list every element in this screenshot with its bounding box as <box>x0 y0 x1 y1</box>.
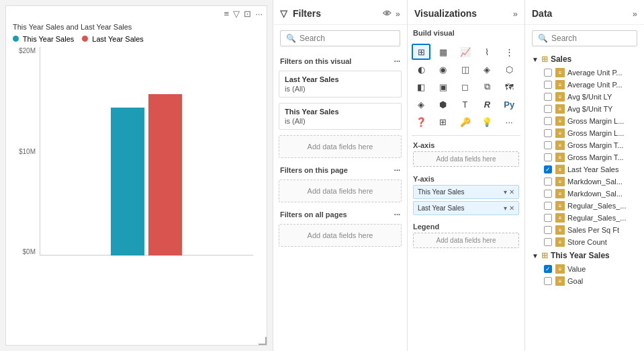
tree-item-checkbox[interactable] <box>544 214 552 222</box>
expand-icon[interactable]: ⊡ <box>244 9 251 19</box>
data-search-input[interactable] <box>551 34 644 43</box>
tree-item[interactable]: ≡Avg $/Unit TY <box>528 103 641 115</box>
filters-visual-more[interactable]: ··· <box>394 57 400 65</box>
tree-item[interactable]: ≡Markdown_Sal... <box>528 176 641 188</box>
viz-icon-area[interactable]: ⌇ <box>477 44 496 60</box>
tree-item-checkbox[interactable] <box>544 93 552 101</box>
viz-icon-shape-map[interactable]: ◈ <box>412 96 430 112</box>
tree-item-checkbox[interactable] <box>544 265 552 273</box>
tree-item-checkbox[interactable] <box>544 129 552 137</box>
tree-item[interactable]: ≡Markdown_Sal... <box>528 188 641 200</box>
tree-item-checkbox[interactable] <box>544 202 552 210</box>
add-data-page[interactable]: Add data fields here <box>279 180 402 202</box>
tree-item-checkbox[interactable] <box>544 117 552 125</box>
y-axis-field-last-year-actions: ▾ ✕ <box>504 204 514 212</box>
filter-icon[interactable]: ▽ <box>233 9 240 19</box>
viz-icon-donut[interactable]: ◉ <box>434 61 453 77</box>
resize-handle-bottom[interactable] <box>19 341 253 345</box>
add-data-visual[interactable]: Add data fields here <box>279 135 402 158</box>
tree-item[interactable]: ≡Gross Margin T... <box>528 139 641 151</box>
viz-icon-python[interactable]: Py <box>500 96 518 112</box>
viz-icon-map[interactable]: 🗺 <box>500 79 518 95</box>
filter-card-this-year[interactable]: This Year Sales is (All) <box>279 103 402 130</box>
tree-item-checkbox[interactable] <box>544 153 552 161</box>
resize-handle-right[interactable] <box>263 20 267 332</box>
filters-search-box[interactable]: 🔍 <box>280 30 400 46</box>
filters-search-input[interactable] <box>300 34 400 43</box>
viz-icon-more[interactable]: ··· <box>500 114 518 130</box>
viz-icon-smart[interactable]: 💡 <box>477 114 496 130</box>
data-expand-icon[interactable]: » <box>633 9 637 19</box>
viz-icon-kpi[interactable]: ▣ <box>434 79 453 95</box>
corner-resize-handle[interactable] <box>259 337 267 345</box>
tree-item-checkbox[interactable] <box>544 178 552 186</box>
tree-group-this-year[interactable]: ▼ ⊞ This Year Sales <box>528 248 641 263</box>
viz-icon-decomp[interactable]: ⊞ <box>434 114 453 130</box>
tree-item-checkbox[interactable] <box>544 190 552 198</box>
tree-item-checkbox[interactable] <box>544 141 552 149</box>
tree-item-checkbox[interactable] <box>544 81 552 89</box>
tree-item[interactable]: ≡Last Year Sales <box>528 163 641 176</box>
viz-icon-bar[interactable]: ▦ <box>434 44 453 60</box>
y-axis-field-this-year[interactable]: This Year Sales ▾ ✕ <box>413 185 519 199</box>
tree-item-checkbox[interactable] <box>544 238 552 246</box>
filters-expand-icon[interactable]: » <box>396 9 400 19</box>
viz-icon-card[interactable]: ◻ <box>456 79 475 95</box>
tree-item-label: Store Count <box>567 238 607 246</box>
legend-section: Legend Add data fields here <box>408 220 524 254</box>
filters-all-more[interactable]: ··· <box>394 210 400 219</box>
tree-item[interactable]: ≡Average Unit P... <box>528 67 641 79</box>
tree-item[interactable]: ≡Gross Margin L... <box>528 115 641 127</box>
tree-item[interactable]: ≡Regular_Sales_... <box>528 212 641 224</box>
tree-item[interactable]: ≡Gross Margin L... <box>528 127 641 139</box>
viz-icon-slicer[interactable]: ⧉ <box>477 79 496 95</box>
tree-item-icon: ≡ <box>555 68 565 77</box>
filters-eye-icon[interactable]: 👁 <box>383 9 392 19</box>
tree-item-checkbox[interactable] <box>544 69 552 77</box>
viz-icon-table[interactable]: ⊞ <box>412 44 430 60</box>
tree-item-checkbox[interactable] <box>544 277 552 285</box>
viz-icon-waterfall[interactable]: ◈ <box>477 61 496 77</box>
tree-item-checkbox[interactable] <box>544 165 552 173</box>
more-icon[interactable]: ··· <box>255 9 263 19</box>
viz-icon-pie[interactable]: ◐ <box>412 61 430 77</box>
tree-item[interactable]: ≡Store Count <box>528 236 641 248</box>
viz-icon-key-inf[interactable]: 🔑 <box>456 114 475 130</box>
viz-icon-qna[interactable]: ❓ <box>412 114 430 130</box>
tree-item[interactable]: ≡Gross Margin T... <box>528 151 641 163</box>
x-axis-add-btn[interactable]: Add data fields here <box>413 151 519 167</box>
tree-group-sales[interactable]: ▼ ⊞ Sales <box>528 52 641 67</box>
y-axis-field-last-year[interactable]: Last Year Sales ▾ ✕ <box>413 201 519 215</box>
bars-container <box>40 47 253 256</box>
viz-icon-matrix[interactable]: ⬢ <box>434 96 453 112</box>
viz-expand-icon[interactable]: » <box>513 9 518 19</box>
viz-icon-text[interactable]: T <box>456 96 475 112</box>
viz-icon-treemap[interactable]: ◫ <box>456 61 475 77</box>
filter-card-last-year[interactable]: Last Year Sales is (All) <box>279 71 402 98</box>
viz-icons-grid: ⊞ ▦ 📈 ⌇ ⋮ ◐ ◉ ◫ ◈ ⬡ ◧ ▣ ◻ ⧉ 🗺 ◈ ⬢ T R Py… <box>408 40 524 132</box>
y-axis-last-remove-icon[interactable]: ✕ <box>509 204 514 212</box>
menu-icon[interactable]: ≡ <box>224 9 230 19</box>
tree-item[interactable]: ≡Regular_Sales_... <box>528 200 641 212</box>
tree-item[interactable]: ≡Avg $/Unit LY <box>528 91 641 103</box>
tree-item[interactable]: ≡Average Unit P... <box>528 79 641 91</box>
tree-item[interactable]: ≡Value <box>528 263 641 275</box>
tree-item[interactable]: ≡Sales Per Sq Ft <box>528 224 641 236</box>
y-axis-last-dropdown-icon[interactable]: ▾ <box>504 204 507 212</box>
viz-icon-scatter[interactable]: ⋮ <box>500 44 518 60</box>
filters-page-more[interactable]: ··· <box>394 166 400 174</box>
y-axis-dropdown-icon[interactable]: ▾ <box>504 188 507 196</box>
add-data-all[interactable]: Add data fields here <box>279 224 402 247</box>
tree-item-checkbox[interactable] <box>544 226 552 234</box>
viz-icon-funnel[interactable]: ⬡ <box>500 61 518 77</box>
tree-item[interactable]: ≡Goal <box>528 275 641 287</box>
y-axis-remove-icon[interactable]: ✕ <box>509 188 514 196</box>
data-search-box[interactable]: 🔍 <box>532 30 637 46</box>
legend-add-btn[interactable]: Add data fields here <box>413 233 519 248</box>
tree-item-checkbox[interactable] <box>544 105 552 113</box>
viz-icon-r[interactable]: R <box>477 96 496 112</box>
tree-item-label: Markdown_Sal... <box>567 190 623 198</box>
viz-icon-line[interactable]: 📈 <box>456 44 475 60</box>
viz-icon-gauge[interactable]: ◧ <box>412 79 430 95</box>
tree-item-icon: ≡ <box>555 165 565 174</box>
